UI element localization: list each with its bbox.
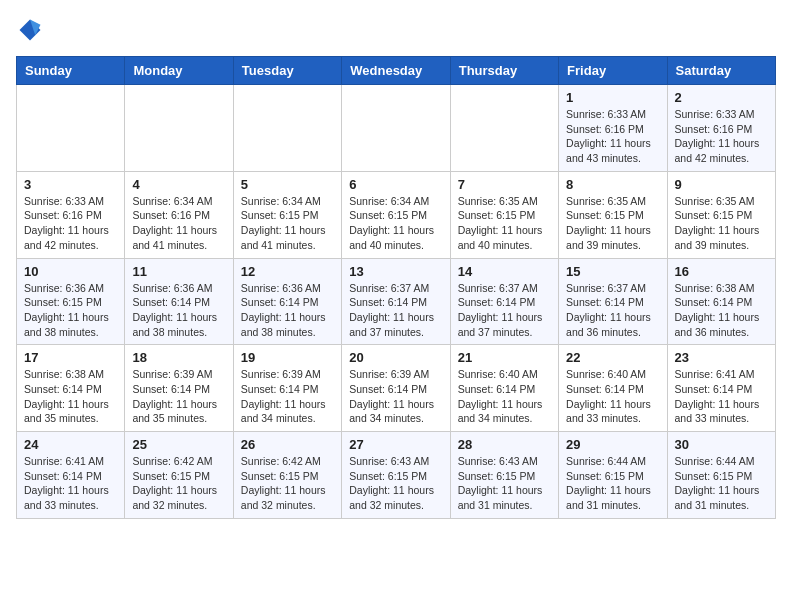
- day-number: 27: [349, 437, 442, 452]
- calendar-cell: 29Sunrise: 6:44 AM Sunset: 6:15 PM Dayli…: [559, 432, 667, 519]
- calendar-cell: 9Sunrise: 6:35 AM Sunset: 6:15 PM Daylig…: [667, 171, 775, 258]
- day-info: Sunrise: 6:43 AM Sunset: 6:15 PM Dayligh…: [349, 454, 442, 513]
- day-info: Sunrise: 6:39 AM Sunset: 6:14 PM Dayligh…: [349, 367, 442, 426]
- calendar-week-5: 24Sunrise: 6:41 AM Sunset: 6:14 PM Dayli…: [17, 432, 776, 519]
- day-header-monday: Monday: [125, 57, 233, 85]
- day-number: 28: [458, 437, 551, 452]
- day-info: Sunrise: 6:34 AM Sunset: 6:16 PM Dayligh…: [132, 194, 225, 253]
- day-info: Sunrise: 6:39 AM Sunset: 6:14 PM Dayligh…: [241, 367, 334, 426]
- day-number: 25: [132, 437, 225, 452]
- day-info: Sunrise: 6:36 AM Sunset: 6:14 PM Dayligh…: [132, 281, 225, 340]
- calendar-cell: [17, 85, 125, 172]
- day-number: 15: [566, 264, 659, 279]
- day-info: Sunrise: 6:33 AM Sunset: 6:16 PM Dayligh…: [675, 107, 768, 166]
- day-info: Sunrise: 6:43 AM Sunset: 6:15 PM Dayligh…: [458, 454, 551, 513]
- day-info: Sunrise: 6:37 AM Sunset: 6:14 PM Dayligh…: [458, 281, 551, 340]
- day-info: Sunrise: 6:41 AM Sunset: 6:14 PM Dayligh…: [675, 367, 768, 426]
- calendar-cell: 2Sunrise: 6:33 AM Sunset: 6:16 PM Daylig…: [667, 85, 775, 172]
- calendar-cell: [450, 85, 558, 172]
- day-header-thursday: Thursday: [450, 57, 558, 85]
- day-number: 2: [675, 90, 768, 105]
- day-number: 23: [675, 350, 768, 365]
- day-number: 22: [566, 350, 659, 365]
- day-number: 24: [24, 437, 117, 452]
- day-number: 9: [675, 177, 768, 192]
- calendar-week-3: 10Sunrise: 6:36 AM Sunset: 6:15 PM Dayli…: [17, 258, 776, 345]
- day-info: Sunrise: 6:37 AM Sunset: 6:14 PM Dayligh…: [566, 281, 659, 340]
- calendar-header-row: SundayMondayTuesdayWednesdayThursdayFrid…: [17, 57, 776, 85]
- calendar-cell: [342, 85, 450, 172]
- day-info: Sunrise: 6:44 AM Sunset: 6:15 PM Dayligh…: [675, 454, 768, 513]
- day-number: 21: [458, 350, 551, 365]
- calendar-cell: 22Sunrise: 6:40 AM Sunset: 6:14 PM Dayli…: [559, 345, 667, 432]
- day-info: Sunrise: 6:41 AM Sunset: 6:14 PM Dayligh…: [24, 454, 117, 513]
- day-number: 7: [458, 177, 551, 192]
- calendar-cell: 24Sunrise: 6:41 AM Sunset: 6:14 PM Dayli…: [17, 432, 125, 519]
- day-info: Sunrise: 6:34 AM Sunset: 6:15 PM Dayligh…: [241, 194, 334, 253]
- calendar-cell: 26Sunrise: 6:42 AM Sunset: 6:15 PM Dayli…: [233, 432, 341, 519]
- day-number: 4: [132, 177, 225, 192]
- calendar-cell: 19Sunrise: 6:39 AM Sunset: 6:14 PM Dayli…: [233, 345, 341, 432]
- day-number: 30: [675, 437, 768, 452]
- day-info: Sunrise: 6:35 AM Sunset: 6:15 PM Dayligh…: [566, 194, 659, 253]
- calendar-week-2: 3Sunrise: 6:33 AM Sunset: 6:16 PM Daylig…: [17, 171, 776, 258]
- calendar-cell: 28Sunrise: 6:43 AM Sunset: 6:15 PM Dayli…: [450, 432, 558, 519]
- calendar-cell: [233, 85, 341, 172]
- day-info: Sunrise: 6:44 AM Sunset: 6:15 PM Dayligh…: [566, 454, 659, 513]
- day-number: 5: [241, 177, 334, 192]
- day-info: Sunrise: 6:36 AM Sunset: 6:14 PM Dayligh…: [241, 281, 334, 340]
- day-header-friday: Friday: [559, 57, 667, 85]
- day-header-wednesday: Wednesday: [342, 57, 450, 85]
- logo: [16, 16, 48, 44]
- day-info: Sunrise: 6:36 AM Sunset: 6:15 PM Dayligh…: [24, 281, 117, 340]
- calendar-cell: [125, 85, 233, 172]
- day-number: 12: [241, 264, 334, 279]
- calendar-table: SundayMondayTuesdayWednesdayThursdayFrid…: [16, 56, 776, 519]
- day-info: Sunrise: 6:35 AM Sunset: 6:15 PM Dayligh…: [458, 194, 551, 253]
- day-info: Sunrise: 6:33 AM Sunset: 6:16 PM Dayligh…: [566, 107, 659, 166]
- day-number: 3: [24, 177, 117, 192]
- day-number: 13: [349, 264, 442, 279]
- calendar-cell: 1Sunrise: 6:33 AM Sunset: 6:16 PM Daylig…: [559, 85, 667, 172]
- calendar-cell: 25Sunrise: 6:42 AM Sunset: 6:15 PM Dayli…: [125, 432, 233, 519]
- day-info: Sunrise: 6:34 AM Sunset: 6:15 PM Dayligh…: [349, 194, 442, 253]
- calendar-cell: 7Sunrise: 6:35 AM Sunset: 6:15 PM Daylig…: [450, 171, 558, 258]
- day-number: 10: [24, 264, 117, 279]
- day-number: 20: [349, 350, 442, 365]
- calendar-cell: 18Sunrise: 6:39 AM Sunset: 6:14 PM Dayli…: [125, 345, 233, 432]
- calendar-cell: 15Sunrise: 6:37 AM Sunset: 6:14 PM Dayli…: [559, 258, 667, 345]
- day-number: 14: [458, 264, 551, 279]
- day-info: Sunrise: 6:35 AM Sunset: 6:15 PM Dayligh…: [675, 194, 768, 253]
- day-info: Sunrise: 6:40 AM Sunset: 6:14 PM Dayligh…: [566, 367, 659, 426]
- page-header: [16, 16, 776, 44]
- calendar-cell: 17Sunrise: 6:38 AM Sunset: 6:14 PM Dayli…: [17, 345, 125, 432]
- day-header-sunday: Sunday: [17, 57, 125, 85]
- day-info: Sunrise: 6:38 AM Sunset: 6:14 PM Dayligh…: [24, 367, 117, 426]
- calendar-cell: 10Sunrise: 6:36 AM Sunset: 6:15 PM Dayli…: [17, 258, 125, 345]
- day-info: Sunrise: 6:42 AM Sunset: 6:15 PM Dayligh…: [241, 454, 334, 513]
- calendar-cell: 12Sunrise: 6:36 AM Sunset: 6:14 PM Dayli…: [233, 258, 341, 345]
- calendar-cell: 27Sunrise: 6:43 AM Sunset: 6:15 PM Dayli…: [342, 432, 450, 519]
- day-info: Sunrise: 6:39 AM Sunset: 6:14 PM Dayligh…: [132, 367, 225, 426]
- logo-icon: [16, 16, 44, 44]
- calendar-cell: 4Sunrise: 6:34 AM Sunset: 6:16 PM Daylig…: [125, 171, 233, 258]
- day-number: 29: [566, 437, 659, 452]
- day-number: 16: [675, 264, 768, 279]
- day-number: 11: [132, 264, 225, 279]
- calendar-cell: 21Sunrise: 6:40 AM Sunset: 6:14 PM Dayli…: [450, 345, 558, 432]
- calendar-cell: 14Sunrise: 6:37 AM Sunset: 6:14 PM Dayli…: [450, 258, 558, 345]
- day-number: 19: [241, 350, 334, 365]
- calendar-cell: 30Sunrise: 6:44 AM Sunset: 6:15 PM Dayli…: [667, 432, 775, 519]
- calendar-cell: 16Sunrise: 6:38 AM Sunset: 6:14 PM Dayli…: [667, 258, 775, 345]
- day-info: Sunrise: 6:38 AM Sunset: 6:14 PM Dayligh…: [675, 281, 768, 340]
- calendar-cell: 8Sunrise: 6:35 AM Sunset: 6:15 PM Daylig…: [559, 171, 667, 258]
- day-number: 18: [132, 350, 225, 365]
- day-number: 26: [241, 437, 334, 452]
- calendar-cell: 3Sunrise: 6:33 AM Sunset: 6:16 PM Daylig…: [17, 171, 125, 258]
- calendar-cell: 23Sunrise: 6:41 AM Sunset: 6:14 PM Dayli…: [667, 345, 775, 432]
- day-number: 1: [566, 90, 659, 105]
- day-number: 8: [566, 177, 659, 192]
- day-number: 6: [349, 177, 442, 192]
- day-info: Sunrise: 6:33 AM Sunset: 6:16 PM Dayligh…: [24, 194, 117, 253]
- day-header-saturday: Saturday: [667, 57, 775, 85]
